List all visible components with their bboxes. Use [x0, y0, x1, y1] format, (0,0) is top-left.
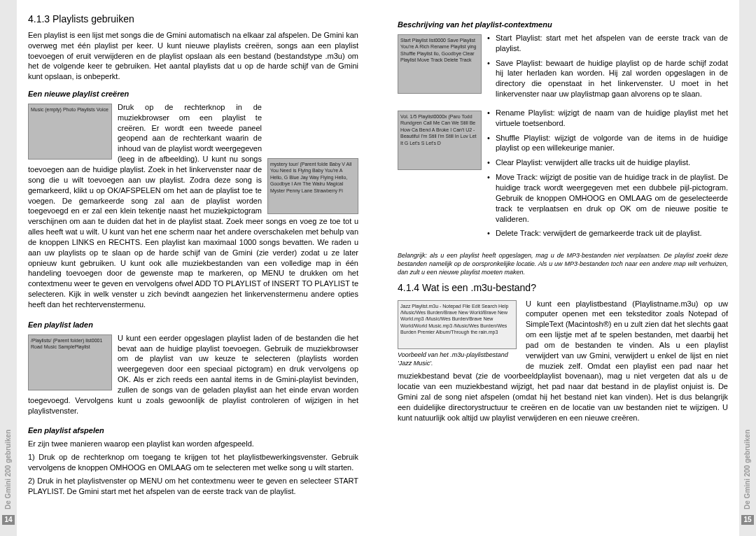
heading-context-menu: Beschrijving van het playlist-contextmen… [398, 20, 728, 30]
item-clear-playlist: Clear Playlist: verwijdert alle tracks u… [487, 157, 728, 168]
heading-load: Een playlist laden [28, 320, 358, 330]
item-rename-playlist: Rename Playlist: wijzigt de naam van de … [487, 108, 728, 129]
play-intro: Er zijn twee manieren waarop een playlis… [28, 439, 358, 449]
sidebar-left: De Gmini 200 gebruiken 14 [0, 0, 17, 536]
play-step-2: 2) Druk in het playlistvenster op MENU o… [28, 476, 358, 497]
m3u-example-block: Jazz Playlist.m3u - Notepad File Edit Se… [398, 300, 520, 367]
m3u-caption: Voorbeeld van het .m3u-playlistbestand '… [398, 351, 520, 367]
sidebar-label: De Gmini 200 gebruiken [4, 430, 13, 509]
page-left: De Gmini 200 gebruiken 14 4.1.3 Playlist… [0, 0, 378, 536]
screenshot-load-playlist: /Playlists/ (Parent folder) list0001 Roa… [28, 334, 112, 390]
page-number-right: 15 [741, 515, 754, 525]
screenshot-playlist-tracks: Vol. 1/5 Playlist0000x (Paro Todd Rundgr… [398, 111, 482, 170]
item-delete-track: Delete Track: verwijdert de gemarkeerde … [487, 228, 728, 239]
screenshot-notepad-m3u: Jazz Playlist.m3u - Notepad File Edit Se… [398, 300, 517, 349]
play-step-1: 1) Druk op de rechterknop om toegang te … [28, 452, 358, 473]
important-note: Belangrijk: als u een playlist heeft opg… [398, 251, 728, 276]
screenshot-playlist-panel: mystery tour/ (Parent folde Baby V All Y… [267, 158, 358, 214]
heading-create: Een nieuwe playlist creëren [28, 89, 358, 99]
heading-play: Een playlist afspelen [28, 425, 358, 436]
sidebar-label-r: De Gmini 200 gebruiken [743, 430, 752, 509]
screenshot-music-browser: Music (empty) Photo Playlists Voice [28, 104, 112, 160]
context-menu-list-2: Rename Playlist: wijzigt de naam van de … [487, 108, 728, 243]
item-save-playlist: Save Playlist: bewaart de huidige playli… [487, 58, 728, 99]
page-right: De Gmini 200 gebruiken 15 Beschrijving v… [378, 0, 756, 536]
heading-414: 4.1.4 Wat is een .m3u-bestand? [398, 281, 728, 295]
heading-413: 4.1.3 Playlists gebruiken [28, 13, 358, 26]
context-menu-list: Start Playlist: start met het afspelen v… [487, 33, 728, 104]
item-shuffle-playlist: Shuffle Playlist: wijzigt de volgorde va… [487, 133, 728, 154]
page-number-left: 14 [2, 515, 15, 525]
intro-paragraph: Een playlist is een lijst met songs die … [28, 30, 358, 82]
item-start-playlist: Start Playlist: start met het afspelen v… [487, 33, 728, 54]
screenshot-context-menu: Start Playlist list0000 Save Playlist Yo… [398, 34, 482, 94]
item-move-track: Move Track: wijzigt de positie van de hu… [487, 172, 728, 224]
sidebar-right: De Gmini 200 gebruiken 15 [739, 0, 756, 536]
